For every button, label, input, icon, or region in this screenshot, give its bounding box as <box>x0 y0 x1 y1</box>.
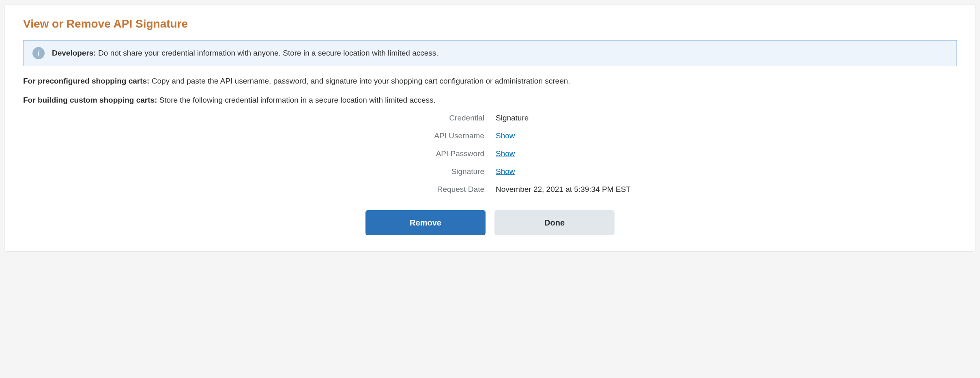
show-api-username-link[interactable]: Show <box>496 131 515 140</box>
preconfigured-label: For preconfigured shopping carts: <box>23 77 149 85</box>
custom-text: Store the following credential informati… <box>159 96 436 104</box>
preconfigured-paragraph: For preconfigured shopping carts: Copy a… <box>23 76 957 87</box>
credentials-table: Credential Signature API Username Show A… <box>23 114 957 194</box>
request-date-value: November 22, 2021 at 5:39:34 PM EST <box>496 185 957 194</box>
done-button[interactable]: Done <box>494 210 615 235</box>
api-username-label: API Username <box>23 131 484 140</box>
info-banner: i Developers: Do not share your credenti… <box>23 40 957 66</box>
info-banner-text: Developers: Do not share your credential… <box>52 49 438 58</box>
show-signature-link[interactable]: Show <box>496 167 515 176</box>
custom-label: For building custom shopping carts: <box>23 96 157 104</box>
credential-label: Credential <box>23 114 484 122</box>
info-banner-label: Developers: <box>52 49 96 57</box>
remove-button[interactable]: Remove <box>365 210 486 235</box>
info-banner-body: Do not share your credential information… <box>98 49 438 57</box>
custom-paragraph: For building custom shopping carts: Stor… <box>23 95 957 106</box>
api-password-label: API Password <box>23 149 484 158</box>
credential-value: Signature <box>496 114 957 122</box>
button-row: Remove Done <box>23 210 957 235</box>
api-signature-card: View or Remove API Signature i Developer… <box>4 4 976 252</box>
request-date-label: Request Date <box>23 185 484 194</box>
page-title: View or Remove API Signature <box>23 17 957 30</box>
preconfigured-text: Copy and paste the API username, passwor… <box>152 77 570 85</box>
show-api-password-link[interactable]: Show <box>496 149 515 158</box>
signature-label: Signature <box>23 167 484 176</box>
info-icon: i <box>32 47 45 59</box>
